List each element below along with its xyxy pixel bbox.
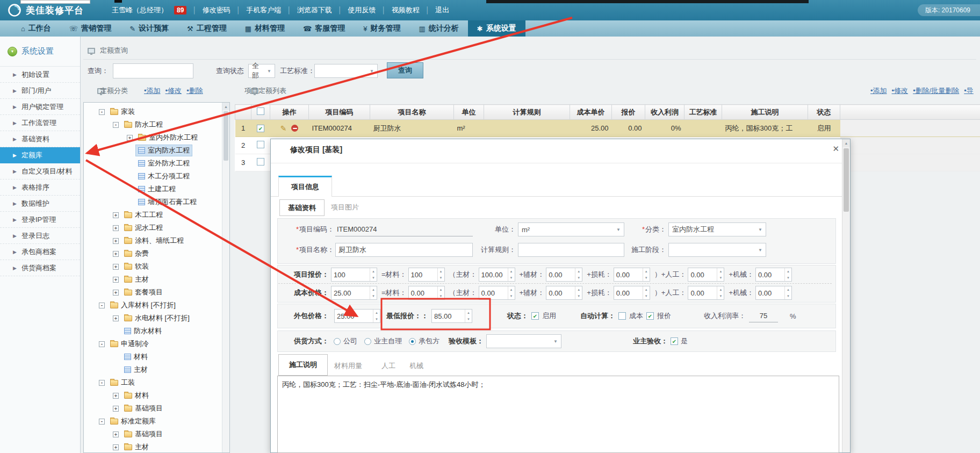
collapse-icon[interactable]: - — [99, 380, 105, 386]
collapse-icon[interactable]: - — [113, 122, 119, 128]
tree-node-row[interactable]: 墙顶面石膏工程 — [136, 197, 199, 207]
tree-node-label[interactable]: 标准定额库 — [121, 416, 156, 426]
spinner-down-icon[interactable]: ▼ — [575, 293, 582, 299]
price-seg-input[interactable]: 0.00▲▼ — [755, 286, 792, 300]
col-unit[interactable]: 单位 — [454, 105, 484, 120]
tree-node-label[interactable]: 主材 — [134, 365, 148, 375]
sidebar-item-0[interactable]: ▶初始设置 — [0, 67, 80, 83]
sidebar-item-6[interactable]: ▶自定义项目/材料 — [0, 163, 80, 179]
select-all-checkbox[interactable] — [257, 107, 264, 115]
list-action-1[interactable]: •修改 — [892, 86, 909, 96]
search-button[interactable]: 查询 — [387, 62, 423, 78]
spinner-down-icon[interactable]: ▼ — [717, 293, 724, 299]
expand-icon[interactable]: + — [113, 315, 119, 321]
collapse-icon[interactable]: - — [99, 303, 105, 308]
tree-node-row[interactable]: 标准定额库 — [108, 416, 158, 427]
tree-node[interactable]: -申通制冷 — [84, 337, 229, 350]
tree-node[interactable]: +室内外防水工程 — [84, 131, 229, 144]
spinner-down-icon[interactable]: ▼ — [370, 293, 377, 299]
tree-node-label[interactable]: 水电材料 [不打折] — [135, 313, 190, 323]
tree-node-row[interactable]: 基础项目 — [122, 429, 165, 440]
tree-node-label[interactable]: 防水材料 — [134, 326, 162, 336]
expand-icon[interactable]: + — [113, 432, 119, 437]
expand-icon[interactable]: + — [113, 393, 119, 399]
tree-node-label[interactable]: 入库材料 [不打折] — [121, 300, 176, 310]
spinner-down-icon[interactable]: ▼ — [717, 275, 724, 281]
tree-node-row[interactable]: 家装 — [108, 106, 137, 117]
disable-icon[interactable] — [291, 125, 298, 132]
list-action-0[interactable]: •添加 — [870, 86, 887, 96]
expand-icon[interactable]: + — [113, 225, 119, 231]
tree-node[interactable]: +水电材料 [不打折] — [84, 312, 229, 325]
tree-node[interactable]: 室内防水工程 — [84, 144, 229, 157]
tree-node-row[interactable]: 杂费 — [122, 248, 151, 259]
tree-node-label[interactable]: 套餐项目 — [135, 287, 163, 297]
tree-node[interactable]: -工装 — [84, 376, 229, 389]
spinner-down-icon[interactable]: ▼ — [643, 293, 650, 299]
tree-node[interactable]: +杂费 — [84, 247, 229, 260]
tree-node-row[interactable]: 水电材料 [不打折] — [122, 313, 192, 323]
category-action-2[interactable]: •删除 — [186, 86, 203, 96]
edit-icon[interactable]: ✎ — [280, 124, 287, 133]
expand-icon[interactable]: + — [127, 135, 133, 141]
expand-icon[interactable]: + — [113, 251, 119, 257]
price-seg-input[interactable]: 0.00▲▼ — [408, 286, 445, 300]
tree-node-label[interactable]: 土建工程 — [148, 184, 176, 194]
tree-node[interactable]: +基础项目 — [84, 402, 229, 415]
row-checkbox-checked[interactable]: ✔ — [257, 125, 264, 132]
tree-node-row[interactable]: 涂料、墙纸工程 — [122, 235, 186, 246]
tree-node[interactable]: 室外防水工程 — [84, 157, 229, 170]
enable-checkbox-checked[interactable]: ✔ — [531, 312, 539, 320]
tree-node-row[interactable]: 软装 — [122, 261, 151, 272]
tree-node-row[interactable]: 套餐项目 — [122, 287, 165, 298]
category-select[interactable]: 室内防水工程 ▼ — [668, 222, 766, 236]
topbar-link-4[interactable]: 视频教程 — [392, 5, 420, 15]
tree-node[interactable]: 防水材料 — [84, 325, 229, 337]
price-seg-input[interactable]: 0.00▲▼ — [614, 268, 650, 282]
price-seg-input[interactable]: 0.00▲▼ — [688, 286, 724, 300]
close-icon[interactable]: ✕ — [832, 144, 839, 154]
tree-node-label[interactable]: 材料 — [135, 391, 149, 400]
tree-node-label[interactable]: 基础项目 — [135, 429, 163, 439]
expand-icon[interactable]: + — [113, 212, 119, 218]
col-item-code[interactable]: 项目编码 — [309, 105, 370, 120]
item-name-input[interactable]: 厨卫防水 — [335, 243, 473, 257]
modal-scrollbar[interactable]: ▲ — [842, 139, 850, 452]
radio-company[interactable] — [334, 338, 341, 345]
spinner-up-icon[interactable]: ▲ — [438, 268, 444, 275]
spinner-up-icon[interactable]: ▲ — [717, 286, 724, 293]
category-action-1[interactable]: •修改 — [165, 86, 182, 96]
status-select[interactable]: 全部 ▼ — [248, 64, 275, 78]
tree-node-label[interactable]: 基础项目 — [135, 404, 163, 413]
topbar-link-3[interactable]: 使用反馈 — [348, 5, 376, 15]
calc-rule-input[interactable] — [518, 243, 624, 257]
tree-node-row[interactable]: 申通制冷 — [108, 339, 151, 349]
tree-node-row[interactable]: 主材 — [122, 364, 150, 375]
spinner-up-icon[interactable]: ▲ — [575, 286, 582, 293]
sidebar-item-11[interactable]: ▶承包商档案 — [0, 244, 80, 260]
tree-node[interactable]: 木工分项工程 — [84, 170, 229, 183]
tree-node-row[interactable]: 室内外防水工程 — [136, 132, 200, 143]
price-seg-input[interactable]: 100▲▼ — [408, 268, 445, 282]
col-note[interactable]: 施工说明 — [722, 105, 808, 120]
nav-tab-2[interactable]: ✎设计预算 — [120, 20, 178, 37]
search-input[interactable] — [113, 63, 193, 78]
tree-node-label[interactable]: 木工分项工程 — [148, 171, 190, 181]
sidebar-item-12[interactable]: ▶供货商档案 — [0, 260, 80, 276]
spinner-down-icon[interactable]: ▼ — [785, 293, 791, 299]
row-checkbox[interactable] — [257, 141, 264, 148]
sidebar-item-1[interactable]: ▶部门/用户 — [0, 83, 80, 99]
price-seg-input[interactable]: 0.00▲▼ — [688, 268, 724, 282]
accept-template-select[interactable]: ▼ — [486, 334, 561, 348]
tree-node[interactable]: 材料 — [84, 350, 229, 363]
expand-icon[interactable]: + — [113, 277, 119, 283]
spinner-up-icon[interactable]: ▲ — [643, 268, 650, 275]
scrollbar-thumb[interactable] — [844, 148, 849, 212]
scrollbar-thumb[interactable] — [224, 111, 228, 161]
tab-item-images[interactable]: 项目图片 — [331, 203, 359, 212]
stage-select[interactable]: ▼ — [668, 243, 766, 257]
col-calc-rule[interactable]: 计算规则 — [484, 105, 570, 120]
tree-node[interactable]: -家装 — [84, 105, 229, 118]
price-seg-input[interactable]: 100.00▲▼ — [479, 268, 515, 282]
col-quote[interactable]: 报价 — [612, 105, 645, 120]
